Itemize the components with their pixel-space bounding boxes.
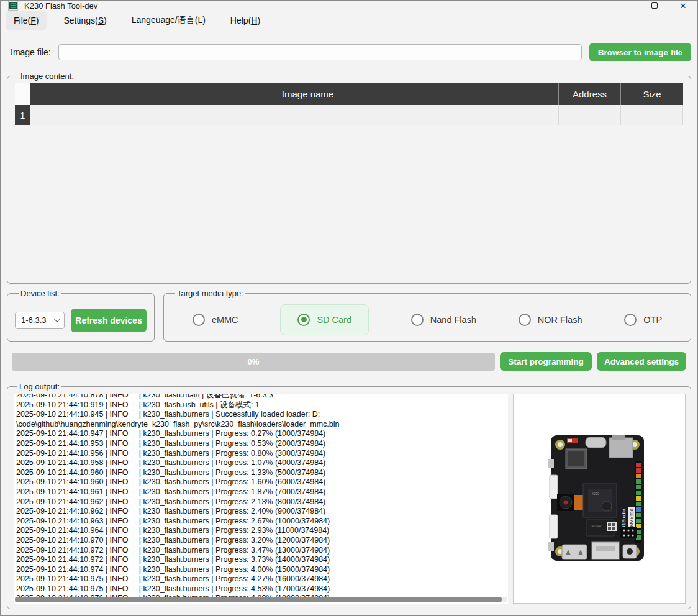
log-line: 2025-09-10 21:44:10.972 | INFO | k230_fl…	[16, 555, 505, 565]
log-line: \code\github\huangzhenming\kendryte_k230…	[16, 420, 505, 430]
media-options: eMMCSD CardNand FlashNOR FlashOTP	[171, 299, 683, 337]
radio-icon	[519, 314, 531, 326]
target-media-label: Target media type:	[175, 289, 245, 298]
maximize-button[interactable]	[640, 1, 669, 11]
menu-item-label: )	[257, 16, 260, 25]
image-table-header-row: Image name Address Size	[15, 83, 683, 105]
log-line: 2025-09-10 21:44:10.919 | INFO | k230_fl…	[16, 401, 505, 410]
app-chip-icon	[8, 1, 18, 11]
title-bar: K230 Flash Tool-dev ✕	[1, 1, 697, 11]
log-line: 2025-09-10 21:44:10.953 | INFO | k230_fl…	[16, 439, 505, 449]
radio-icon	[624, 314, 637, 326]
image-table: Image name Address Size 1	[15, 83, 683, 125]
svg-text:K230: K230	[592, 492, 599, 496]
menu-item-label: )	[36, 16, 39, 25]
image-content-label: Image content:	[19, 71, 76, 81]
log-text-area[interactable]: 2025-09-10 21:44:10.878 | INFO | k230_fl…	[14, 394, 508, 604]
log-line: 2025-09-10 21:44:10.961 | INFO | k230_fl…	[16, 487, 505, 497]
progress-value: 0%	[248, 357, 260, 366]
radio-option-emmc[interactable]: eMMC	[193, 314, 238, 326]
menu-item-settings[interactable]: Settings(S)	[55, 11, 114, 30]
menu-item-label: Settings(	[63, 16, 97, 25]
radio-option-otp[interactable]: OTP	[624, 314, 662, 326]
radio-icon	[411, 314, 424, 326]
radio-option-nand-flash[interactable]: Nand Flash	[411, 314, 476, 326]
log-line: 2025-09-10 21:44:10.962 | INFO | k230_fl…	[16, 497, 505, 507]
log-output-group: Log output: 2025-09-10 21:44:10.878 | IN…	[7, 382, 691, 609]
log-line: 2025-09-10 21:44:10.947 | INFO | k230_fl…	[16, 429, 505, 439]
log-line: 2025-09-10 21:44:10.975 | INFO | k230_fl…	[16, 574, 505, 584]
svg-text:01Studio: 01Studio	[621, 509, 627, 528]
device-select-value: 1-6.3.3	[21, 315, 46, 325]
cell-size[interactable]	[621, 105, 683, 125]
menu-item-file[interactable]: File(F)	[6, 11, 47, 30]
progress-row: 0% Start programming Advanced settings	[7, 352, 691, 371]
menu-item-label: F	[30, 16, 36, 25]
board-image-panel: K230 LPDDR4 01Studio CanMV K230	[513, 394, 686, 604]
radio-option-sd-card[interactable]: SD Card	[280, 304, 369, 335]
advanced-settings-button[interactable]: Advanced settings	[597, 352, 686, 371]
log-line: 2025-09-10 21:44:10.878 | INFO | k230_fl…	[16, 394, 505, 401]
svg-text:LPDDR4: LPDDR4	[591, 525, 601, 528]
log-output-label: Log output:	[17, 382, 61, 391]
cell-address[interactable]	[559, 105, 621, 125]
start-programming-button[interactable]: Start programming	[500, 352, 592, 371]
menu-item-label: Langeuage/语言(	[132, 15, 198, 25]
log-line: 2025-09-10 21:44:10.960 | INFO | k230_fl…	[16, 468, 505, 478]
menu-item-label: H	[251, 16, 257, 25]
radio-icon	[193, 314, 205, 326]
menu-item-label: )	[202, 15, 206, 25]
log-line: 2025-09-10 21:44:10.975 | INFO | k230_fl…	[16, 584, 505, 594]
progress-bar: 0%	[12, 353, 495, 371]
log-line: 2025-09-10 21:44:10.964 | INFO | k230_fl…	[16, 526, 505, 536]
log-line: 2025-09-10 21:44:10.958 | INFO | k230_fl…	[16, 458, 505, 468]
log-line: 2025-09-10 21:44:10.972 | INFO | k230_fl…	[16, 546, 505, 556]
menu-item-label: L	[197, 15, 202, 25]
image-file-row: Image file: Browser to image file	[7, 43, 691, 61]
column-header-size: Size	[621, 83, 683, 105]
log-line: 2025-09-10 21:44:10.960 | INFO | k230_fl…	[16, 478, 505, 487]
menu-item-label: )	[104, 16, 107, 25]
log-line: 2025-09-10 21:44:10.970 | INFO | k230_fl…	[16, 536, 505, 546]
log-line: 2025-09-10 21:44:10.974 | INFO | k230_fl…	[16, 565, 505, 575]
table-row: 1	[15, 105, 683, 125]
browse-image-button[interactable]: Browser to image file	[589, 43, 691, 61]
column-header-image-name: Image name	[57, 83, 559, 105]
radio-label: NOR Flash	[538, 315, 582, 325]
radio-label: OTP	[643, 315, 662, 325]
k230-board-image: K230 LPDDR4 01Studio CanMV K230	[547, 429, 651, 568]
minimize-button[interactable]	[612, 1, 640, 11]
menu-item-label: File(	[14, 16, 30, 25]
log-horizontal-scrollbar[interactable]	[15, 597, 507, 602]
device-list-group: Device list: 1-6.3.3 Refresh devices	[7, 289, 155, 342]
radio-option-nor-flash[interactable]: NOR Flash	[519, 314, 582, 326]
log-line: 2025-09-10 21:44:10.956 | INFO | k230_fl…	[16, 449, 505, 459]
log-lines: 2025-09-10 21:44:10.878 | INFO | k230_fl…	[14, 394, 508, 604]
menu-item-label: S	[98, 16, 104, 25]
menu-item-label: Help(	[230, 16, 251, 25]
refresh-devices-button[interactable]: Refresh devices	[71, 309, 147, 332]
cell-image-name[interactable]	[57, 105, 559, 125]
scrollbar-thumb[interactable]	[15, 597, 502, 602]
menu-item-help[interactable]: Help(H)	[222, 11, 268, 30]
cell-check[interactable]	[30, 105, 57, 125]
column-header-address: Address	[559, 83, 621, 105]
radio-icon	[297, 314, 310, 326]
table-corner-cell	[15, 83, 30, 105]
close-button[interactable]: ✕	[669, 1, 697, 11]
image-file-input[interactable]	[58, 44, 582, 60]
log-line: 2025-09-10 21:44:10.963 | INFO | k230_fl…	[16, 517, 505, 527]
target-media-group: Target media type: eMMCSD CardNand Flash…	[163, 289, 691, 342]
image-file-label: Image file:	[11, 47, 51, 57]
menu-bar: File(F)Settings(S)Langeuage/语言(L)Help(H)	[1, 11, 697, 30]
chevron-down-icon	[54, 316, 60, 322]
menu-item-language[interactable]: Langeuage/语言(L)	[124, 11, 214, 30]
device-list-label: Device list:	[19, 289, 61, 298]
log-line: 2025-09-10 21:44:10.945 | INFO | k230_fl…	[16, 410, 505, 420]
row-header-1: 1	[15, 105, 30, 125]
log-line: 2025-09-10 21:44:10.962 | INFO | k230_fl…	[16, 507, 505, 517]
radio-label: SD Card	[317, 315, 351, 325]
app-window: K230 Flash Tool-dev ✕ File(F)Settings(S)…	[0, 0, 698, 616]
radio-label: eMMC	[212, 315, 238, 325]
device-select[interactable]: 1-6.3.3	[15, 312, 65, 329]
